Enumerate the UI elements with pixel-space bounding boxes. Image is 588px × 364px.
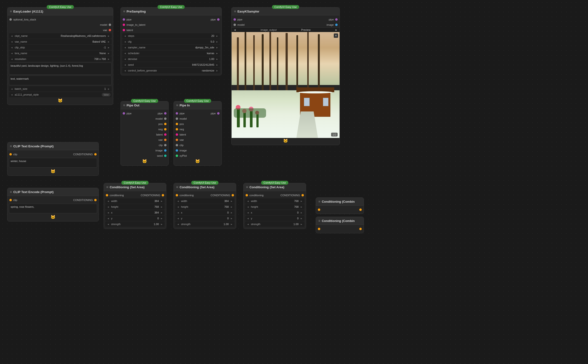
- arrow-left-cfg[interactable]: ◄: [123, 40, 127, 43]
- arrow-left-vae[interactable]: ◄: [10, 40, 14, 43]
- close-button[interactable]: ✕: [334, 33, 338, 38]
- field-cond2-x[interactable]: ◄ x 0 ►: [175, 210, 234, 215]
- arrow-left-sampler[interactable]: ◄: [123, 46, 127, 49]
- arrow-right-cond3-x[interactable]: ►: [300, 211, 303, 214]
- field-cond3-height[interactable]: ◄ height 768 ►: [245, 204, 304, 209]
- toggle-prompt-style[interactable]: ◄ a1111_prompt_style false: [9, 92, 112, 97]
- arrow-left-cond3-x[interactable]: ◄: [246, 211, 250, 214]
- field-control-before[interactable]: ◄ control_before_generate randomize ►: [122, 68, 220, 73]
- field-cond2-width[interactable]: ◄ width 384 ►: [175, 198, 234, 204]
- arrow-left-scheduler[interactable]: ◄: [123, 52, 127, 55]
- port-presampling-img2latent: image_to_latent: [121, 22, 221, 27]
- arrow-left-cond2-width[interactable]: ◄: [176, 200, 180, 202]
- field-steps[interactable]: ◄ steps 20 ►: [122, 33, 220, 39]
- field-batch-size[interactable]: ◄ batch_size 1 ►: [9, 86, 112, 91]
- arrow-right-cond1-strength[interactable]: ►: [160, 223, 164, 226]
- arrow-left-control[interactable]: ◄: [123, 69, 127, 72]
- field-cond2-strength[interactable]: ◄ strength 1.00 ►: [175, 221, 234, 227]
- arrow-right-control[interactable]: ►: [215, 69, 219, 72]
- arrow-left-cond1-height[interactable]: ◄: [106, 206, 110, 208]
- arrow-left-cond1-x[interactable]: ◄: [106, 211, 110, 214]
- clip1-prompt[interactable]: winter, house: [9, 158, 97, 168]
- arrow-left-ckpt[interactable]: ◄: [10, 35, 14, 37]
- field-cond3-width[interactable]: ◄ width 768 ►: [245, 198, 304, 204]
- label-cond1-width: width: [110, 200, 154, 202]
- arrow-left-cond3-width[interactable]: ◄: [246, 200, 250, 202]
- arrow-left-cond2-height[interactable]: ◄: [176, 206, 180, 208]
- arrow-left-cond2-strength[interactable]: ◄: [176, 223, 180, 226]
- arrow-right-vae[interactable]: ►: [107, 40, 111, 43]
- arrow-left-cond1-strength[interactable]: ◄: [106, 223, 110, 226]
- arrow-right-cond3-width[interactable]: ►: [300, 200, 303, 202]
- arrow-right-lora[interactable]: ►: [107, 52, 111, 55]
- arrow-right-cond2-height[interactable]: ►: [230, 206, 234, 208]
- arrow-right-steps[interactable]: ►: [215, 35, 219, 37]
- arrow-right-batch[interactable]: ►: [107, 88, 111, 90]
- field-cond1-strength[interactable]: ◄ strength 1.00 ►: [105, 221, 165, 227]
- preview-arrow-right[interactable]: ►: [335, 28, 338, 31]
- arrow-right-scheduler[interactable]: ►: [215, 52, 219, 55]
- field-cond1-y[interactable]: ◄ y 0 ►: [105, 216, 165, 221]
- field-ckpt-name[interactable]: ◄ ckpt_name Real\analogMadness_v60.safet…: [9, 33, 112, 39]
- arrow-right-cond2-y[interactable]: ►: [230, 217, 234, 220]
- dot-pipein-model: [176, 117, 178, 120]
- arrow-right-cond2-width[interactable]: ►: [230, 200, 234, 202]
- preview-arrow-left[interactable]: ◄: [234, 28, 236, 31]
- arrow-left-cond2-x[interactable]: ◄: [176, 211, 180, 214]
- arrow-left-cond3-strength[interactable]: ◄: [246, 223, 250, 226]
- arrow-left-cond3-y[interactable]: ◄: [246, 217, 250, 220]
- arrow-right-cond3-height[interactable]: ►: [300, 206, 303, 208]
- arrow-left-steps[interactable]: ◄: [123, 35, 127, 37]
- arrow-left-clip-skip[interactable]: ◄: [10, 46, 14, 49]
- label-pipeout-seed: seed: [157, 154, 163, 157]
- arrow-left-cond1-y[interactable]: ◄: [106, 217, 110, 220]
- field-resolution[interactable]: ◄ resolution 768 x 768 ►: [9, 56, 112, 62]
- label-pipein-pos: pos: [180, 123, 184, 125]
- field-clip-skip[interactable]: ◄ clip_skip -1 ►: [9, 45, 112, 50]
- arrow-left-lora[interactable]: ◄: [10, 52, 14, 55]
- arrow-right-cond1-y[interactable]: ►: [160, 217, 164, 220]
- arrow-right-cond3-strength[interactable]: ►: [300, 223, 303, 226]
- arrow-left-denoise[interactable]: ◄: [123, 58, 127, 60]
- field-cond2-height[interactable]: ◄ height 768 ►: [175, 204, 234, 209]
- field-cfg[interactable]: ◄ cfg 5.0 ►: [122, 39, 220, 44]
- field-scheduler[interactable]: ◄ scheduler karras ►: [122, 51, 220, 56]
- field-cond3-y[interactable]: ◄ y 0 ►: [245, 216, 304, 221]
- arrow-right-denoise[interactable]: ►: [215, 58, 219, 60]
- arrow-right-res[interactable]: ►: [107, 58, 111, 60]
- negative-prompt[interactable]: text, watermark: [9, 76, 112, 85]
- port-pipein-pos: pos: [174, 121, 221, 127]
- arrow-left-cond2-y[interactable]: ◄: [176, 217, 180, 220]
- arrow-left-cond3-height[interactable]: ◄: [246, 206, 250, 208]
- field-sampler[interactable]: ◄ sampler_name dpmpp_3m_sde ►: [122, 45, 220, 50]
- field-vae-name[interactable]: ◄ vae_name Baked VAE ►: [9, 39, 112, 44]
- field-lora-name[interactable]: ◄ lora_name None ►: [9, 51, 112, 56]
- clip2-prompt[interactable]: spring, rose flowers,: [9, 204, 97, 213]
- field-cond1-width[interactable]: ◄ width 384 ►: [105, 198, 165, 204]
- field-cond1-x[interactable]: ◄ x 384 ►: [105, 210, 165, 215]
- arrow-right-seed[interactable]: ►: [215, 64, 219, 66]
- arrow-right-cond1-x[interactable]: ►: [160, 211, 164, 214]
- field-cond3-strength[interactable]: ◄ strength 1.00 ►: [245, 221, 304, 227]
- arrow-right-cond2-strength[interactable]: ►: [230, 223, 234, 226]
- arrow-left-res[interactable]: ◄: [10, 58, 14, 60]
- positive-prompt[interactable]: beautiful yard, landscape design, lighti…: [9, 63, 112, 75]
- arrow-right-sampler[interactable]: ►: [215, 46, 219, 49]
- arrow-right-cfg[interactable]: ►: [215, 40, 219, 43]
- arrow-right-clip-skip[interactable]: ►: [107, 46, 111, 49]
- arrow-left-cond1-width[interactable]: ◄: [106, 200, 110, 202]
- arrow-left-seed[interactable]: ◄: [123, 64, 127, 66]
- arrow-left-batch[interactable]: ◄: [10, 88, 14, 90]
- arrow-right-cond1-height[interactable]: ►: [160, 206, 164, 208]
- arrow-right-cond1-width[interactable]: ►: [160, 200, 164, 202]
- field-cond2-y[interactable]: ◄ y 0 ►: [175, 216, 234, 221]
- arrow-right-cond3-y[interactable]: ►: [300, 217, 303, 220]
- arrow-right-ckpt[interactable]: ►: [107, 35, 111, 37]
- field-seed[interactable]: ◄ seed 848721622412845 ►: [122, 62, 220, 67]
- field-denoise[interactable]: ◄ denoise 1.00 ►: [122, 56, 220, 62]
- arrow-left-toggle[interactable]: ◄: [10, 93, 14, 96]
- arrow-right-cond2-x[interactable]: ►: [230, 211, 234, 214]
- menu-icon: ≡: [10, 9, 12, 13]
- field-cond3-x[interactable]: ◄ x 0 ►: [245, 210, 304, 215]
- field-cond1-height[interactable]: ◄ height 768 ►: [105, 204, 165, 209]
